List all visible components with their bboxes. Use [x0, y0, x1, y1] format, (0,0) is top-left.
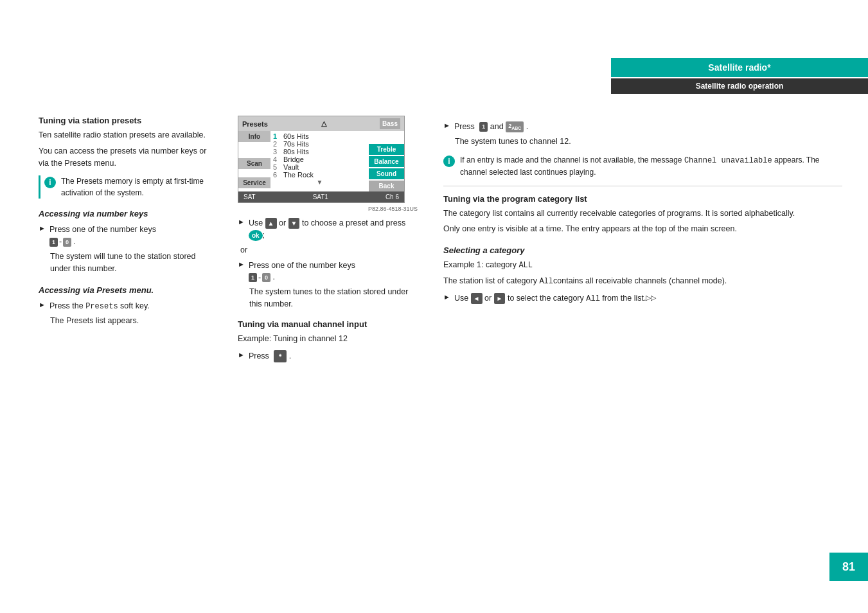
station-list-text2: contains all receivable channels (channe… [553, 276, 727, 285]
screen-top-row: Presets △ Bass [238, 116, 404, 131]
channel-row-5: 5 Vault [273, 163, 366, 171]
tuning-para2: You can access the presets via number ke… [39, 145, 212, 170]
use-text-right: Use [454, 294, 471, 303]
key-badge-0: 0 [63, 238, 71, 247]
spacer-top [369, 131, 404, 144]
channel-name-6: The Rock [283, 171, 366, 179]
selecting-category-heading: Selecting a category [443, 245, 842, 255]
channel-num-1: 1 [273, 132, 283, 140]
screen-info-btn: Info [238, 131, 270, 142]
semicolon: ; [263, 231, 265, 240]
result-number-keys: The system will tune to the station stor… [50, 251, 212, 275]
screen-spacer1 [238, 143, 270, 158]
or-text-inline: or [279, 218, 288, 227]
channel-row-2: 2 70s Hits [273, 140, 366, 148]
category-para1: The category list contains all currently… [443, 208, 842, 220]
ok-btn: ok [249, 230, 263, 241]
bullet-press-number: ► Press one of the number keys 1 - 0 . [238, 260, 418, 284]
bullet-arrow-7: ► [443, 293, 450, 301]
to-select-text: to select the category [508, 294, 586, 303]
info-box-presets: i The Presets memory is empty at first-t… [39, 175, 212, 199]
key-range-1: 1 - 0 [49, 236, 71, 248]
from-list-text: from the list. [602, 294, 646, 303]
press-presets-text2: soft key. [118, 301, 150, 310]
channel-name-5: Vault [283, 163, 366, 171]
channel-row-4: 4 Bridge [273, 155, 366, 163]
bullet-choose-preset-content: Use ▲ or ▼ to choose a preset and press … [249, 217, 418, 242]
bullet-select-category-content: Use ◄ or ► to select the category All fr… [454, 292, 663, 305]
press-label: Press [249, 351, 269, 360]
continue-arrow: ▷▷ [646, 292, 656, 303]
screen-main-area: Info Scan Service 1 60s Hits 2 [238, 131, 404, 191]
info-icon: i [44, 177, 56, 188]
bullet-presets-menu: ► Press the Presets soft key. [39, 300, 212, 312]
key-dash: - [59, 236, 62, 248]
period: . [74, 237, 76, 246]
channel-num-6: 6 [273, 171, 283, 179]
tuning-para1: Ten satellite radio station presets are … [39, 129, 212, 141]
screen-balance-btn: Balance [369, 156, 404, 167]
period2: . [273, 272, 275, 281]
press-one-text: Press one of the number keys [249, 261, 355, 270]
bullet-choose-preset: ► Use ▲ or ▼ to choose a preset and pres… [238, 217, 418, 242]
channel-num-5: 5 [273, 163, 283, 171]
bullet-arrow-4: ► [238, 260, 245, 268]
left-column: Tuning via station presets Ten satellite… [39, 116, 212, 562]
screen-back-btn: Back [369, 181, 404, 191]
result-presets-menu: The Presets list appears. [50, 315, 212, 327]
info-text1: If an entry is made and the channel is n… [460, 155, 684, 164]
period-right: . [526, 122, 528, 131]
station-list-text1: The station list of category [443, 276, 539, 285]
channel-table: 1 60s Hits 2 70s Hits 3 80s Hits 4 [273, 132, 366, 179]
period3: . [289, 351, 291, 360]
header-title: Satellite radio* [611, 58, 868, 77]
key-badge-right-2: 2ABC [506, 121, 524, 132]
right-arrow-btn: ► [494, 293, 506, 304]
mid-column: Presets △ Bass Info Scan Service [238, 116, 418, 562]
to-choose-text: to choose a preset and press [302, 218, 405, 227]
bullet-number-keys-content: Press one of the number keys 1 - 0 . [49, 224, 156, 248]
screen-spacer2 [238, 170, 270, 177]
screen-presets-label: Presets [242, 120, 268, 128]
screen-channel-list: 1 60s Hits 2 70s Hits 3 80s Hits 4 [270, 131, 369, 191]
bullet-arrow-5: ► [238, 351, 245, 359]
main-content: Tuning via station presets Ten satellite… [39, 116, 842, 562]
bullet-press-number-content: Press one of the number keys 1 - 0 . [249, 260, 355, 284]
station-list-text: The station list of category Allcontains… [443, 275, 842, 287]
press-presets-text1: Press the [49, 301, 85, 310]
or-separator: or [240, 245, 418, 254]
bullet-press-1-2-content: Press 1 and 2ABC . [454, 121, 528, 133]
bullet-arrow-1: ► [39, 224, 46, 232]
left-arrow-btn: ◄ [471, 293, 483, 304]
key-badge-right-1: 1 [479, 122, 488, 132]
down-arrow-btn: ▼ [288, 218, 300, 229]
screen-service-btn: Service [238, 177, 270, 188]
up-arrow-btn: ▲ [265, 218, 277, 229]
key-badge-mid-1: 1 [249, 273, 257, 283]
star-key-badge: ＊ [274, 350, 287, 362]
channel-num-4: 4 [273, 155, 283, 163]
accessing-number-keys-heading: Accessing via number keys [39, 209, 212, 218]
screen-bottom-ch6: Ch 6 [385, 193, 399, 200]
bullet-arrow-3: ► [238, 218, 245, 226]
presets-code: Presets [85, 302, 118, 311]
channel-row-3: 3 80s Hits [273, 148, 366, 155]
screen-bottom-sat1: SAT1 [313, 193, 328, 200]
right-column: ► Press 1 and 2ABC . The system tunes to… [443, 116, 842, 562]
key-badge-1: 1 [49, 238, 58, 247]
bullet-presets-menu-content: Press the Presets soft key. [49, 300, 150, 312]
channel-name-1: 60s Hits [283, 132, 366, 140]
info-text-channel: If an entry is made and the channel is n… [460, 154, 842, 178]
screen-container: Presets △ Bass Info Scan Service [238, 116, 405, 203]
bullet-select-category: ► Use ◄ or ► to select the category All … [443, 292, 842, 305]
channel-row-6: 6 The Rock [273, 171, 366, 179]
header-section: Satellite radio* Satellite radio operati… [611, 58, 868, 94]
bullet-press-star: ► Press ＊ . [238, 350, 418, 362]
info-box-channel: i If an entry is made and the channel is… [443, 154, 842, 178]
channel-num-2: 2 [273, 140, 283, 148]
example-label: Example 1: category [443, 260, 518, 269]
bullet-arrow-6: ► [443, 121, 450, 129]
screen-bass-btn: Bass [380, 118, 400, 129]
screen-ref: P82.86-4518-31US [238, 206, 418, 212]
screen-scan-btn: Scan [238, 158, 270, 169]
